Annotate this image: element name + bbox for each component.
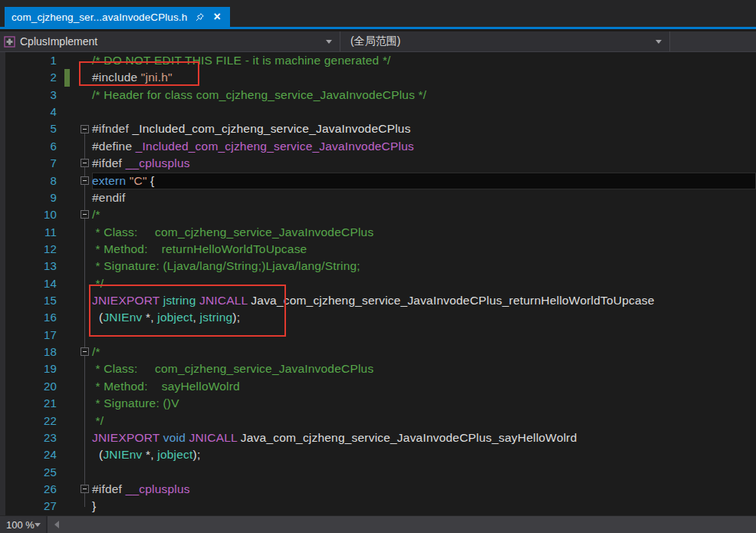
code-token: JNICALL (189, 431, 240, 444)
code-text[interactable]: #ifndef _Included_com_cjzheng_service_Ja… (92, 120, 756, 137)
code-text[interactable]: /* (92, 206, 756, 223)
code-text[interactable]: */ (92, 275, 756, 292)
change-bar (64, 327, 70, 344)
collapse-icon[interactable] (81, 176, 89, 185)
code-text[interactable]: (JNIEnv *, jobject); (92, 446, 756, 463)
line-number[interactable]: 4 (0, 104, 58, 120)
type-dropdown[interactable]: CplusImplement (0, 31, 340, 51)
collapse-icon[interactable] (81, 125, 89, 133)
line-number[interactable]: 17 (0, 327, 58, 344)
code-text[interactable]: * Class: com_cjzheng_service_JavaInvodeC… (92, 224, 756, 241)
line-number[interactable]: 20 (0, 378, 58, 395)
code-text[interactable]: /* Header for class com_cjzheng_service_… (92, 87, 756, 104)
gutter-gap (58, 344, 64, 360)
code-text[interactable] (92, 327, 756, 344)
line-number[interactable]: 27 (0, 498, 58, 515)
code-text[interactable]: * Method: returnHelloWorldToUpcase (92, 241, 756, 258)
code-token: JNIEnv (103, 311, 142, 324)
gutter-gap (58, 327, 64, 344)
line-number[interactable]: 24 (0, 446, 58, 463)
code-token: } (92, 499, 96, 512)
line-number[interactable]: 21 (0, 395, 58, 412)
code-editor[interactable]: 1/* DO NOT EDIT THIS FILE - it is machin… (0, 52, 756, 515)
code-line: 16 (JNIEnv *, jobject, jstring); (0, 309, 756, 326)
line-number[interactable]: 19 (0, 360, 58, 377)
line-number[interactable]: 18 (0, 344, 58, 360)
scroll-left-button[interactable] (48, 516, 66, 533)
line-number[interactable]: 3 (0, 87, 58, 104)
code-token: _Included_com_cjzheng_service_JavaInvode… (132, 122, 410, 135)
change-bar (64, 292, 70, 309)
collapse-icon[interactable] (81, 347, 89, 356)
code-text[interactable]: } (92, 498, 756, 515)
gutter-gap (58, 429, 64, 446)
code-text[interactable]: JNIEXPORT void JNICALL Java_com_cjzheng_… (92, 429, 756, 446)
collapse-icon[interactable] (81, 159, 89, 167)
code-line: 2#include "jni.h" (0, 69, 756, 86)
code-line: 20 * Method: sayHelloWolrd (0, 378, 756, 395)
line-number[interactable]: 10 (0, 206, 58, 223)
collapse-icon[interactable] (81, 210, 89, 219)
code-text[interactable]: #define _Included_com_cjzheng_service_Ja… (92, 138, 756, 155)
pin-icon[interactable] (194, 12, 205, 22)
line-number[interactable]: 23 (0, 429, 58, 446)
line-number[interactable]: 22 (0, 413, 58, 429)
line-number[interactable]: 13 (0, 258, 58, 275)
code-text[interactable]: #ifdef __cplusplus (92, 481, 756, 498)
line-number[interactable]: 14 (0, 275, 58, 292)
minus-glyph (83, 489, 87, 489)
code-text[interactable] (92, 464, 756, 481)
code-line: 26#ifdef __cplusplus (0, 481, 756, 498)
minus-glyph (83, 129, 87, 130)
close-icon[interactable]: × (212, 12, 222, 22)
code-text[interactable]: /* DO NOT EDIT THIS FILE - it is machine… (92, 52, 756, 69)
line-number[interactable]: 8 (0, 173, 58, 189)
change-bar (64, 481, 70, 498)
gutter-gap (58, 120, 64, 137)
code-text[interactable]: JNIEXPORT jstring JNICALL Java_com_cjzhe… (92, 292, 756, 309)
line-number[interactable]: 1 (0, 52, 58, 69)
code-text[interactable]: /* (92, 344, 756, 360)
scope-dropdown[interactable]: (全局范围) (340, 31, 670, 51)
collapse-icon[interactable] (81, 485, 89, 493)
code-line: 19 * Class: com_cjzheng_service_JavaInvo… (0, 360, 756, 377)
code-text[interactable]: * Signature: (Ljava/lang/String;)Ljava/l… (92, 258, 756, 275)
line-number[interactable]: 11 (0, 224, 58, 241)
line-number[interactable]: 15 (0, 292, 58, 309)
code-text[interactable]: * Class: com_cjzheng_service_JavaInvodeC… (92, 360, 756, 377)
fold-column (70, 87, 92, 104)
code-text[interactable]: */ (92, 413, 756, 429)
line-number[interactable]: 5 (0, 120, 58, 137)
fold-column (70, 446, 92, 463)
line-number[interactable]: 2 (0, 69, 58, 86)
code-line: 8extern "C" { (0, 173, 756, 189)
gutter-gap (58, 498, 64, 515)
code-text[interactable] (92, 104, 756, 120)
line-number[interactable]: 7 (0, 155, 58, 172)
code-text[interactable]: * Method: sayHelloWolrd (92, 378, 756, 395)
code-text[interactable]: (JNIEnv *, jobject, jstring); (92, 309, 756, 326)
change-bar (64, 309, 70, 326)
zoom-dropdown[interactable]: 100 % (0, 516, 48, 533)
code-text[interactable]: #endif (92, 189, 756, 206)
line-number[interactable]: 12 (0, 241, 58, 258)
code-token: #ifndef (92, 122, 132, 135)
document-tab[interactable]: com_cjzheng_ser...avaInvodeCPlus.h × (5, 7, 230, 27)
line-number[interactable]: 25 (0, 464, 58, 481)
scrollbar-track[interactable] (66, 516, 756, 533)
scope-dropdown-label: (全局范围) (350, 35, 400, 48)
line-number[interactable]: 9 (0, 189, 58, 206)
code-text[interactable]: #ifdef __cplusplus (92, 155, 756, 172)
code-text[interactable]: extern "C" { (92, 173, 756, 189)
code-line: 25 (0, 464, 756, 481)
code-token: __cplusplus (126, 156, 190, 169)
triangle-left-icon (54, 521, 59, 528)
change-bar (64, 429, 70, 446)
code-text[interactable]: #include "jni.h" (92, 69, 756, 86)
line-number[interactable]: 6 (0, 138, 58, 155)
code-text[interactable]: * Signature: ()V (92, 395, 756, 412)
line-number[interactable]: 26 (0, 481, 58, 498)
code-token: #include (92, 71, 141, 84)
fold-column (70, 309, 92, 326)
line-number[interactable]: 16 (0, 309, 58, 326)
